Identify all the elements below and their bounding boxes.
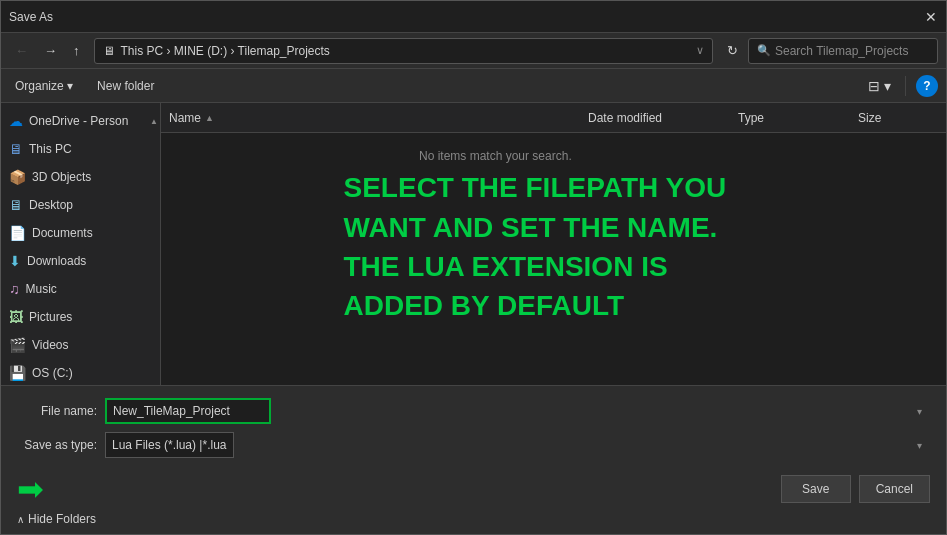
sidebar-item-label: 3D Objects bbox=[32, 170, 91, 184]
search-placeholder: Search Tilemap_Projects bbox=[775, 44, 908, 58]
sidebar-item-label: OS (C:) bbox=[32, 366, 73, 380]
sidebar-item-label: Videos bbox=[32, 338, 68, 352]
address-pc-icon: 🖥 bbox=[103, 44, 115, 58]
toolbar-divider bbox=[905, 76, 906, 96]
sidebar-item-pictures[interactable]: 🖼 Pictures bbox=[1, 303, 160, 331]
column-type: Type bbox=[738, 111, 858, 125]
bottom-area: File name: ▾ Save as type: Lua Files (*.… bbox=[1, 385, 946, 534]
view-button[interactable]: ⊟ ▾ bbox=[864, 75, 895, 97]
close-button[interactable]: ✕ bbox=[924, 10, 938, 24]
sidebar-item-label: OneDrive - Person bbox=[29, 114, 128, 128]
3dobjects-icon: 📦 bbox=[9, 169, 26, 185]
sidebar-item-music[interactable]: ♫ Music bbox=[1, 275, 160, 303]
sidebar-item-thispc[interactable]: 🖥 This PC bbox=[1, 135, 160, 163]
sidebar-item-osc[interactable]: 💾 OS (C:) bbox=[1, 359, 160, 385]
sidebar-item-downloads[interactable]: ⬇ Downloads bbox=[1, 247, 160, 275]
forward-button[interactable]: → bbox=[38, 39, 63, 62]
sidebar-item-videos[interactable]: 🎬 Videos bbox=[1, 331, 160, 359]
sidebar-item-label: Pictures bbox=[29, 310, 72, 324]
save-button[interactable]: Save bbox=[781, 475, 851, 503]
address-path: This PC › MINE (D:) › Tilemap_Projects bbox=[121, 44, 691, 58]
savetype-row: Save as type: Lua Files (*.lua) |*.lua ▾ bbox=[17, 432, 930, 458]
no-items-text: No items match your search. bbox=[419, 149, 572, 163]
view-label: ⊟ bbox=[868, 78, 880, 94]
savetype-chevron-icon: ▾ bbox=[917, 440, 922, 451]
sidebar-item-desktop[interactable]: 🖥 Desktop bbox=[1, 191, 160, 219]
overlay-instruction-text: SELECT THE FILEPATH YOU WANT AND SET THE… bbox=[344, 168, 764, 325]
hide-folders-label: Hide Folders bbox=[28, 512, 96, 526]
column-date-label: Date modified bbox=[588, 111, 662, 125]
column-date: Date modified bbox=[588, 111, 738, 125]
search-bar[interactable]: 🔍 Search Tilemap_Projects bbox=[748, 38, 938, 64]
organize-toolbar: Organize ▾ New folder ⊟ ▾ ? bbox=[1, 69, 946, 103]
music-icon: ♫ bbox=[9, 281, 20, 297]
toolbar2-right: ⊟ ▾ ? bbox=[864, 75, 938, 97]
pictures-icon: 🖼 bbox=[9, 309, 23, 325]
sidebar-item-label: Documents bbox=[32, 226, 93, 240]
filename-row: File name: ▾ bbox=[17, 398, 930, 424]
scroll-up-icon: ▲ bbox=[150, 117, 158, 126]
organize-chevron-icon: ▾ bbox=[67, 79, 73, 93]
organize-button[interactable]: Organize ▾ bbox=[9, 76, 79, 96]
savetype-label: Save as type: bbox=[17, 438, 97, 452]
arrow-right-icon: ➡ bbox=[17, 470, 44, 508]
cancel-button[interactable]: Cancel bbox=[859, 475, 930, 503]
organize-label: Organize bbox=[15, 79, 64, 93]
hide-folders-button[interactable]: ∧ Hide Folders bbox=[17, 512, 96, 526]
sidebar-item-label: Downloads bbox=[27, 254, 86, 268]
thispc-icon: 🖥 bbox=[9, 141, 23, 157]
save-as-dialog: Save As ✕ ← → ↑ 🖥 This PC › MINE (D:) › … bbox=[0, 0, 947, 535]
sidebar-item-label: Music bbox=[26, 282, 57, 296]
downloads-icon: ⬇ bbox=[9, 253, 21, 269]
search-icon: 🔍 bbox=[757, 44, 771, 57]
view-chevron-icon: ▾ bbox=[884, 78, 891, 94]
file-list-body: No items match your search. SELECT THE F… bbox=[161, 133, 946, 385]
chevron-up-icon: ∧ bbox=[17, 514, 24, 525]
main-area: ☁ OneDrive - Person ▲ 🖥 This PC 📦 3D Obj… bbox=[1, 103, 946, 385]
title-bar-left: Save As bbox=[9, 10, 53, 24]
filename-label: File name: bbox=[17, 404, 97, 418]
sort-icon: ▲ bbox=[205, 113, 214, 123]
address-chevron-icon: ∨ bbox=[696, 44, 704, 57]
column-type-label: Type bbox=[738, 111, 764, 125]
address-bar[interactable]: 🖥 This PC › MINE (D:) › Tilemap_Projects… bbox=[94, 38, 714, 64]
osc-icon: 💾 bbox=[9, 365, 26, 381]
refresh-button[interactable]: ↻ bbox=[721, 39, 744, 62]
title-bar: Save As ✕ bbox=[1, 1, 946, 33]
videos-icon: 🎬 bbox=[9, 337, 26, 353]
documents-icon: 📄 bbox=[9, 225, 26, 241]
savetype-select[interactable]: Lua Files (*.lua) |*.lua bbox=[105, 432, 234, 458]
file-list: Name ▲ Date modified Type Size No items … bbox=[161, 103, 946, 385]
column-name-label: Name bbox=[169, 111, 201, 125]
filename-input[interactable] bbox=[105, 398, 271, 424]
column-size: Size bbox=[858, 111, 938, 125]
new-folder-button[interactable]: New folder bbox=[91, 76, 160, 96]
desktop-icon: 🖥 bbox=[9, 197, 23, 213]
nav-toolbar: ← → ↑ 🖥 This PC › MINE (D:) › Tilemap_Pr… bbox=[1, 33, 946, 69]
column-name: Name ▲ bbox=[169, 111, 588, 125]
column-size-label: Size bbox=[858, 111, 881, 125]
back-button[interactable]: ← bbox=[9, 39, 34, 62]
sidebar-item-documents[interactable]: 📄 Documents bbox=[1, 219, 160, 247]
arrow-hint: ➡ bbox=[17, 470, 44, 508]
bottom-buttons-row: ➡ Save Cancel bbox=[17, 466, 930, 508]
filename-chevron-icon: ▾ bbox=[917, 406, 922, 417]
sidebar-item-label: Desktop bbox=[29, 198, 73, 212]
bottom-footer: ∧ Hide Folders bbox=[17, 508, 930, 526]
file-list-header: Name ▲ Date modified Type Size bbox=[161, 103, 946, 133]
savetype-wrapper: Lua Files (*.lua) |*.lua ▾ bbox=[105, 432, 930, 458]
sidebar-item-onedrive[interactable]: ☁ OneDrive - Person ▲ bbox=[1, 107, 160, 135]
filename-wrapper: ▾ bbox=[105, 398, 930, 424]
up-button[interactable]: ↑ bbox=[67, 39, 86, 62]
sidebar: ☁ OneDrive - Person ▲ 🖥 This PC 📦 3D Obj… bbox=[1, 103, 161, 385]
sidebar-item-label: This PC bbox=[29, 142, 72, 156]
sidebar-item-3dobjects[interactable]: 📦 3D Objects bbox=[1, 163, 160, 191]
onedrive-icon: ☁ bbox=[9, 113, 23, 129]
title-bar-title: Save As bbox=[9, 10, 53, 24]
help-button[interactable]: ? bbox=[916, 75, 938, 97]
